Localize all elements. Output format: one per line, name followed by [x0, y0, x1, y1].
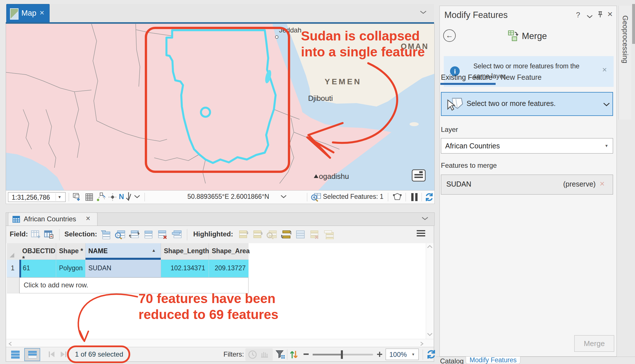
- row-selector-header[interactable]: [7, 243, 20, 260]
- hl-switch-icon[interactable]: [238, 230, 249, 240]
- feature-list-item[interactable]: SUDAN (preserve) ×: [441, 175, 613, 195]
- tab-modify-features[interactable]: Modify Features: [466, 357, 520, 364]
- show-all-records-button[interactable]: [9, 349, 22, 360]
- switch-selection-icon[interactable]: [100, 230, 111, 240]
- selection-input-dropdown[interactable]: Select two or more features.: [441, 92, 613, 116]
- select-polygon-icon[interactable]: [392, 193, 403, 203]
- map-coordinates[interactable]: 50.8893655°E 2.6001866°N: [177, 193, 280, 201]
- grid-header-row: OBJECTID * Shape * NAME ▲ Shape_Length S…: [6, 243, 433, 260]
- cell-name: SUDAN: [86, 260, 161, 277]
- column-header-objectid[interactable]: OBJECTID *: [19, 243, 56, 260]
- hl-swap-icon[interactable]: [280, 230, 291, 240]
- island-socotra: [410, 122, 419, 126]
- selected-features-count[interactable]: Selected Features: 1: [323, 193, 383, 201]
- zoom-to-selected-icon[interactable]: [310, 192, 322, 203]
- scroll-right-icon: [420, 341, 424, 346]
- feature-name: SUDAN: [446, 180, 471, 188]
- last-record-icon[interactable]: [59, 351, 68, 359]
- sort-icon[interactable]: [289, 349, 298, 361]
- basemap-button[interactable]: [412, 170, 425, 181]
- select-all-icon[interactable]: [143, 230, 154, 240]
- table-menu-icon[interactable]: [417, 230, 425, 238]
- time-filter-icon[interactable]: [248, 350, 257, 361]
- geoprocessing-docked-tab[interactable]: Geoprocessing: [618, 6, 631, 120]
- add-field-icon[interactable]: [31, 230, 41, 240]
- table-strip-chevron-icon[interactable]: [421, 216, 429, 222]
- map-view-tab[interactable]: Map ×: [6, 4, 50, 23]
- chevron-down-icon[interactable]: [134, 195, 141, 200]
- scale-combobox[interactable]: 1:31,256,786 ▾: [8, 192, 66, 202]
- hl-zoom-icon[interactable]: [266, 230, 277, 240]
- clear-selection-icon[interactable]: [157, 230, 168, 240]
- panel-menu-chevron-icon[interactable]: [586, 15, 593, 19]
- caret-down-icon: ▾: [58, 194, 61, 200]
- add-map-frame-icon[interactable]: [72, 192, 82, 203]
- coords-chevron-icon[interactable]: [280, 195, 287, 200]
- hl-all-icon[interactable]: [295, 230, 306, 240]
- zoom-slider-thumb[interactable]: [341, 350, 343, 359]
- window-scrollbar-thumb[interactable]: [632, 4, 635, 44]
- first-record-icon[interactable]: [48, 351, 56, 359]
- column-header-shape-length[interactable]: Shape_Length: [161, 243, 209, 260]
- selection-prompt: Select two or more features.: [467, 99, 556, 108]
- vertical-scrollbar[interactable]: [426, 243, 433, 339]
- north-arrow-icon[interactable]: N: [119, 192, 132, 202]
- tab-existing-feature[interactable]: Existing Feature: [441, 73, 492, 81]
- refresh-icon[interactable]: [426, 349, 436, 361]
- tab-new-feature[interactable]: New Feature: [501, 73, 542, 81]
- pause-drawing-icon[interactable]: [411, 193, 418, 201]
- column-header-shape[interactable]: Shape *: [56, 243, 86, 260]
- cell-shape-area: 209.13727: [209, 260, 249, 277]
- table-footer: 1 of 69 selected Filters: 100% ▾: [6, 347, 434, 362]
- snapping-icon[interactable]: [96, 192, 106, 203]
- swap-rows-icon[interactable]: [129, 230, 140, 240]
- scroll-up-icon: [427, 245, 433, 248]
- caret-down-icon: ▾: [605, 143, 608, 148]
- ground-to-grid-icon[interactable]: [107, 192, 118, 203]
- close-icon[interactable]: ×: [607, 9, 613, 19]
- remove-feature-icon[interactable]: ×: [600, 179, 605, 189]
- zoom-to-selection-icon[interactable]: [115, 230, 125, 240]
- grid-icon[interactable]: [85, 192, 94, 203]
- close-icon[interactable]: ×: [86, 214, 90, 223]
- zoom-slider[interactable]: [313, 354, 373, 355]
- filters-label: Filters:: [223, 350, 244, 358]
- zoom-level-combobox[interactable]: 100% ▾: [386, 349, 419, 360]
- zoom-out-icon[interactable]: [304, 353, 309, 355]
- column-header-shape-area[interactable]: Shape_Area: [209, 243, 249, 260]
- delete-selected-icon[interactable]: [171, 230, 182, 240]
- arrow-left-icon: ←: [446, 31, 453, 40]
- map-thumbnail-icon: [10, 8, 19, 20]
- close-icon[interactable]: ×: [40, 8, 44, 17]
- range-filter-icon[interactable]: [260, 350, 269, 361]
- map-canvas[interactable]: Jeddah OMAN YEMEN Djibouti ogadishu: [6, 24, 435, 191]
- show-selected-records-button[interactable]: [24, 348, 40, 361]
- label-yemen: YEMEN: [325, 77, 362, 86]
- hl-clear-icon[interactable]: [309, 230, 320, 240]
- column-header-name[interactable]: NAME ▲: [86, 243, 161, 260]
- dismiss-info-icon[interactable]: ×: [602, 65, 607, 74]
- pin-icon[interactable]: [597, 11, 603, 19]
- zoom-in-icon[interactable]: [376, 351, 383, 359]
- feature-preserve-flag: (preserve): [563, 180, 596, 188]
- hl-copy-icon[interactable]: [323, 230, 334, 240]
- map-strip-chevron-icon[interactable]: [420, 10, 427, 15]
- layer-combobox[interactable]: African Countries ▾: [441, 138, 613, 154]
- attribute-filter-icon[interactable]: [275, 349, 285, 361]
- row-number-cell: 1: [7, 260, 19, 277]
- back-button[interactable]: ←: [443, 29, 456, 42]
- table-row[interactable]: 1 61 Polygon SUDAN 102.134371 209.13727: [6, 260, 433, 277]
- table-tab[interactable]: African Countries ×: [8, 212, 97, 226]
- tab-catalog[interactable]: Catalog: [440, 357, 464, 364]
- features-to-merge-label: Features to merge: [441, 161, 497, 169]
- calculate-field-icon[interactable]: [44, 230, 54, 240]
- scroll-down-icon: [427, 333, 433, 336]
- horizontal-scrollbar[interactable]: [6, 339, 433, 347]
- add-new-row[interactable]: Click to add new row.: [19, 277, 249, 293]
- label-djibouti: Djibouti: [308, 94, 333, 103]
- help-icon[interactable]: ?: [576, 11, 580, 19]
- hl-switch2-icon[interactable]: [252, 230, 263, 240]
- merge-tool-icon: [508, 30, 520, 42]
- refresh-icon[interactable]: [424, 192, 434, 203]
- merge-button[interactable]: Merge: [574, 335, 614, 352]
